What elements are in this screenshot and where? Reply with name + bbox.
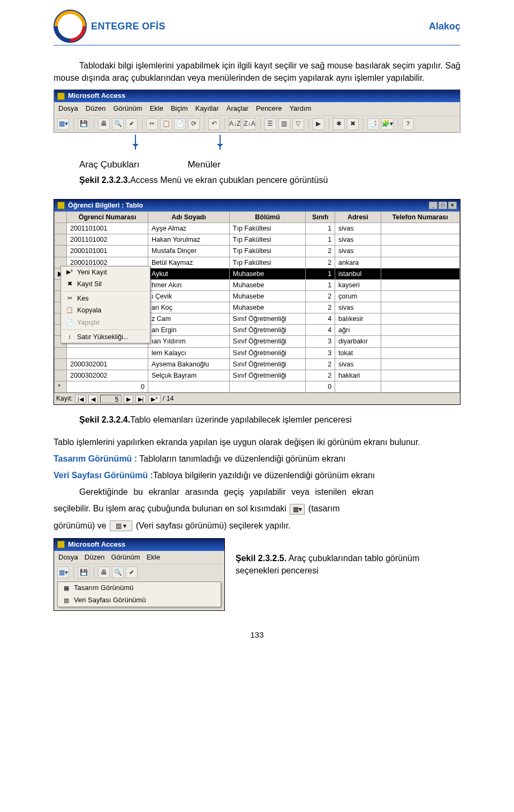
cell[interactable]: Sınıf Öğretmenliği: [229, 313, 305, 325]
small-menu-dosya[interactable]: Dosya: [58, 553, 78, 563]
context-menu-item[interactable]: ▶*Yeni Kayıt: [61, 266, 150, 278]
cell[interactable]: [381, 234, 459, 246]
cell[interactable]: ankara: [335, 257, 381, 268]
cell[interactable]: 2: [306, 370, 335, 381]
row-header-corner[interactable]: [55, 212, 67, 223]
cell[interactable]: sivas: [335, 246, 381, 257]
cell[interactable]: an Koç: [148, 302, 230, 313]
access-menubar[interactable]: Dosya Düzen Görünüm Ekle Biçim Kayıtlar …: [54, 102, 460, 116]
format-painter-icon[interactable]: ⟳: [188, 118, 200, 130]
nav-next-button[interactable]: ▶: [124, 395, 133, 403]
cell[interactable]: hakkari: [335, 370, 381, 381]
row-selector[interactable]: [55, 246, 67, 257]
menu-dosya[interactable]: Dosya: [58, 104, 78, 114]
preview-icon[interactable]: 🔍: [112, 118, 124, 130]
cell[interactable]: [381, 313, 459, 325]
cell[interactable]: Betül Kaymaz: [148, 257, 230, 268]
row-selector[interactable]: [55, 234, 67, 246]
cell[interactable]: 3: [306, 336, 335, 347]
cell[interactable]: Aysema Bakanoğlu: [148, 358, 230, 370]
cell[interactable]: 2: [306, 257, 335, 268]
cell[interactable]: Mustafa Dinçer: [148, 246, 230, 257]
cell[interactable]: z Cam: [148, 313, 230, 325]
cell[interactable]: 1: [306, 279, 335, 290]
context-menu-item[interactable]: 📋Kopyala: [61, 304, 150, 316]
new-object-icon[interactable]: 🧩▾: [381, 118, 394, 130]
cell[interactable]: Tıp Fakültesi: [229, 223, 305, 234]
cell[interactable]: [381, 302, 459, 313]
cell[interactable]: Sınıf Öğretmenliği: [229, 336, 305, 347]
help-icon[interactable]: ？: [402, 118, 414, 130]
col-ogrenci-no[interactable]: Ögrenci Numarası: [67, 212, 148, 223]
cell[interactable]: Muhasebe: [229, 279, 305, 290]
table-row[interactable]: 2001101001Ayşe AlmazTıp Fakültesi1sivas: [55, 223, 460, 234]
cell[interactable]: sivas: [335, 234, 381, 246]
filter-form-icon[interactable]: ▥: [278, 118, 290, 130]
cell[interactable]: [381, 246, 459, 257]
cell[interactable]: istanbul: [335, 268, 381, 279]
save-icon[interactable]: 💾: [78, 118, 89, 130]
menu-duzen[interactable]: Düzen: [86, 104, 106, 114]
cell[interactable]: hmer Akın: [148, 279, 230, 290]
cell[interactable]: [381, 268, 459, 279]
cut-icon[interactable]: ✂: [146, 118, 158, 130]
cell[interactable]: 4: [306, 325, 335, 336]
filter-selection-icon[interactable]: ☰: [264, 118, 276, 130]
row-selector[interactable]: *: [55, 381, 67, 392]
cell[interactable]: Muhasebe: [229, 302, 305, 313]
cell[interactable]: 1: [306, 268, 335, 279]
nav-new-button[interactable]: ▶*: [148, 395, 160, 403]
view-switch-icon[interactable]: ▦▾: [57, 118, 69, 130]
small-menu-duzen[interactable]: Düzen: [85, 553, 105, 563]
table-row[interactable]: 2001101002Hakan YorulmazTıp Fakültesi1si…: [55, 234, 460, 246]
small-view-switch-icon[interactable]: ▦▾: [57, 566, 69, 578]
cell[interactable]: Hakan Yorulmaz: [148, 234, 230, 246]
nav-current-input[interactable]: 5: [100, 395, 122, 403]
small-menu-gorunum[interactable]: Görünüm: [111, 553, 140, 563]
cell[interactable]: 2000302002: [67, 370, 148, 381]
row-selector[interactable]: [55, 358, 67, 370]
menu-pencere[interactable]: Pencere: [256, 104, 282, 114]
menu-ekle[interactable]: Ekle: [150, 104, 163, 114]
cell[interactable]: [381, 223, 459, 234]
cell[interactable]: 2: [306, 290, 335, 302]
datasheet-view-toolbar-icon[interactable]: ▥ ▾: [110, 520, 132, 531]
cell[interactable]: 2: [306, 246, 335, 257]
small-menu-ekle[interactable]: Ekle: [147, 553, 160, 563]
filter-toggle-icon[interactable]: ▽: [292, 118, 304, 130]
print-icon[interactable]: 🖶: [98, 118, 110, 130]
find-icon[interactable]: ▶: [313, 118, 324, 130]
row-selector[interactable]: [55, 223, 67, 234]
row-selector[interactable]: [55, 347, 67, 358]
cell[interactable]: Muhasebe: [229, 268, 305, 279]
cell[interactable]: balıkesir: [335, 313, 381, 325]
cell[interactable]: Muhasebe: [229, 290, 305, 302]
table-row[interactable]: 2000302002Selçuk BayramSınıf Öğretmenliğ…: [55, 370, 460, 381]
cell[interactable]: ağrı: [335, 325, 381, 336]
cell[interactable]: 2001101001: [67, 223, 148, 234]
spellcheck-icon[interactable]: ✔: [126, 118, 138, 130]
cell[interactable]: [381, 279, 459, 290]
cell[interactable]: diyarbakır: [335, 336, 381, 347]
sort-asc-icon[interactable]: A↓Z: [229, 118, 241, 130]
cell[interactable]: sivas: [335, 223, 381, 234]
close-button[interactable]: ×: [448, 202, 457, 209]
cell[interactable]: [229, 381, 305, 392]
maximize-button[interactable]: □: [439, 202, 447, 209]
cell[interactable]: Ayşe Almaz: [148, 223, 230, 234]
table-row[interactable]: 2000101001Mustafa DinçerTıp Fakültesi2si…: [55, 246, 460, 257]
cell[interactable]: sivas: [335, 302, 381, 313]
small-preview-icon[interactable]: 🔍: [112, 566, 124, 578]
context-menu-item[interactable]: ↕Satır Yüksekliği...: [61, 331, 150, 343]
cell[interactable]: Sınıf Öğretmenliği: [229, 347, 305, 358]
nav-prev-button[interactable]: ◀: [88, 395, 98, 403]
context-menu-item[interactable]: ✖Kayıt Sil: [61, 278, 150, 290]
table-row[interactable]: 2000302001Aysema BakanoğluSınıf Öğretmen…: [55, 358, 460, 370]
cell[interactable]: 2: [306, 302, 335, 313]
small-spellcheck-icon[interactable]: ✔: [126, 566, 138, 578]
cell[interactable]: [381, 336, 459, 347]
cell[interactable]: çorum: [335, 290, 381, 302]
cell[interactable]: ıan Yıldırım: [148, 336, 230, 347]
undo-icon[interactable]: ↶: [208, 118, 220, 130]
cell[interactable]: Sınıf Öğretmenliği: [229, 358, 305, 370]
